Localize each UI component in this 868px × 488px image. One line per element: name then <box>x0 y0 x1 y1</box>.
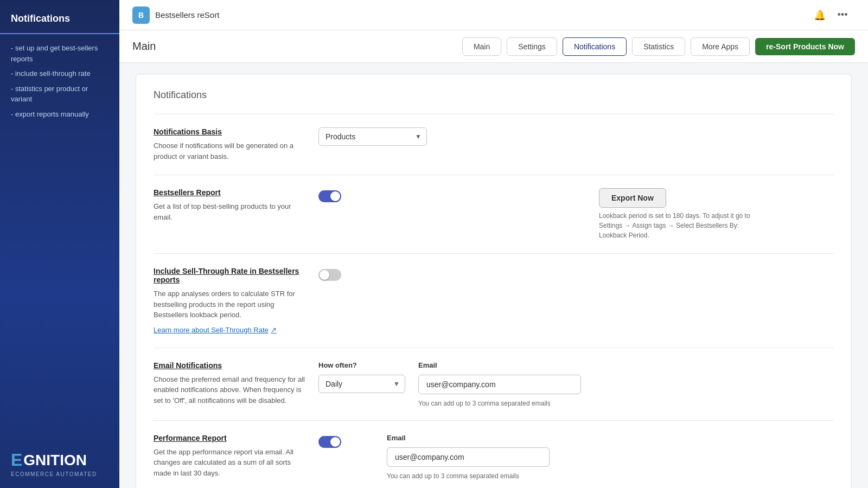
email-notifications-title: Email Notifications <box>154 361 305 370</box>
logo-e: E <box>11 450 22 470</box>
performance-email-input[interactable] <box>387 447 550 467</box>
app-icon: B <box>132 7 150 24</box>
re-sort-products-button[interactable]: re-Sort Products Now <box>755 38 855 55</box>
notifications-basis-title: Notifications Basis <box>154 127 305 136</box>
toggle-knob-perf <box>330 437 340 447</box>
performance-email-hint: You can add up to 3 comma separated emai… <box>387 472 550 480</box>
email-field-group: Email You can add up to 3 comma separate… <box>418 361 581 407</box>
sell-through-toggle[interactable] <box>318 269 341 281</box>
export-note: Lookback period is set to 180 days. To a… <box>599 211 751 240</box>
notifications-basis-left: Notifications Basis Choose if notificati… <box>154 127 305 162</box>
how-often-group: How often? Daily Weekly Monthly Off ▼ <box>318 361 405 393</box>
logo-main: EGNITION <box>11 450 108 470</box>
sidebar-item-0: - set up and get best-sellers reports <box>11 43 108 64</box>
frequency-dropdown[interactable]: Daily Weekly Monthly Off <box>318 375 405 393</box>
performance-email-label: Email <box>387 434 550 442</box>
sell-through-left: Include Sell-Through Rate in Bestsellers… <box>154 267 305 335</box>
email-notifications-desc: Choose the preferred email and frequency… <box>154 374 305 406</box>
performance-email-group: Email You can add up to 3 comma separate… <box>387 434 550 480</box>
notifications-basis-desc: Choose if notifications will be generate… <box>154 140 305 162</box>
notifications-basis-right: Products Variants ▼ <box>318 127 834 146</box>
email-controls: How often? Daily Weekly Monthly Off ▼ <box>318 361 581 407</box>
performance-report-left: Performance Report Get the app performan… <box>154 434 305 479</box>
nav-main-button[interactable]: Main <box>462 37 501 56</box>
export-now-button[interactable]: Export Now <box>599 188 666 208</box>
performance-report-title: Performance Report <box>154 434 305 442</box>
navbar: Main Main Settings Notifications Statist… <box>119 30 868 63</box>
email-hint: You can add up to 3 comma separated emai… <box>418 400 581 407</box>
topbar: B Bestsellers reSort 🔔 ••• <box>119 0 868 30</box>
bell-icon[interactable]: 🔔 <box>812 7 828 23</box>
performance-report-section: Performance Report Get the app performan… <box>154 420 834 489</box>
external-link-icon: ↗ <box>271 326 277 334</box>
bestsellers-report-left: Bestsellers Report Get a list of top bes… <box>154 188 305 222</box>
sidebar-item-3: - export reports manually <box>11 109 108 120</box>
nav-settings-button[interactable]: Settings <box>507 37 557 56</box>
sell-through-rate-section: Include Sell-Through Rate in Bestsellers… <box>154 253 834 348</box>
more-icon[interactable]: ••• <box>834 7 851 23</box>
nav-more-apps-button[interactable]: More Apps <box>691 37 750 56</box>
toggle-knob-str <box>320 270 329 280</box>
performance-controls: Email You can add up to 3 comma separate… <box>318 434 550 480</box>
bestsellers-report-right <box>318 188 553 202</box>
notifications-basis-section: Notifications Basis Choose if notificati… <box>154 114 834 175</box>
sell-through-desc: The app analyses orders to calculate STR… <box>154 288 305 320</box>
toggle-knob <box>330 191 340 201</box>
app-name: Bestsellers reSort <box>155 10 812 20</box>
performance-report-row: Performance Report Get the app performan… <box>154 434 834 480</box>
notifications-basis-dropdown[interactable]: Products Variants <box>318 127 427 146</box>
bestsellers-export-area: Export Now Lookback period is set to 180… <box>599 188 834 240</box>
email-field-label: Email <box>418 361 581 369</box>
logo-name: GNITION <box>23 452 87 469</box>
sidebar-item-2: - statistics per product or variant <box>11 84 108 105</box>
sell-through-toggle-wrap <box>318 269 341 281</box>
sidebar: Notifications - set up and get best-sell… <box>0 0 119 488</box>
notifications-basis-dropdown-wrap: Products Variants ▼ <box>318 127 427 146</box>
notifications-card: Notifications Notifications Basis Choose… <box>136 74 852 488</box>
performance-report-desc: Get the app performance report via email… <box>154 447 305 479</box>
sidebar-item-1: - include sell-through rate <box>11 68 108 79</box>
page-title: Main <box>132 40 457 53</box>
bestsellers-report-toggle[interactable] <box>318 190 341 202</box>
email-notifications-row: Email Notifications Choose the preferred… <box>154 361 834 407</box>
logo-sub: ECOMMERCE AUTOMATED <box>11 471 108 477</box>
frequency-dropdown-wrap: Daily Weekly Monthly Off ▼ <box>318 375 405 393</box>
nav-notifications-button[interactable]: Notifications <box>563 37 627 56</box>
how-often-label: How often? <box>318 361 405 369</box>
bestsellers-report-title: Bestsellers Report <box>154 188 305 197</box>
bestsellers-report-section: Bestsellers Report Get a list of top bes… <box>154 175 834 253</box>
nav-statistics-button[interactable]: Statistics <box>632 37 685 56</box>
sidebar-content: - set up and get best-sellers reports - … <box>0 34 119 439</box>
sell-through-link-text: Learn more about Sell-Through Rate <box>154 326 269 334</box>
bestsellers-report-toggle-wrap <box>318 190 341 202</box>
email-notifications-left: Email Notifications Choose the preferred… <box>154 361 305 406</box>
sell-through-right <box>318 267 834 281</box>
sidebar-title: Notifications <box>0 0 119 34</box>
main-area: B Bestsellers reSort 🔔 ••• Main Main Set… <box>119 0 868 488</box>
sell-through-link[interactable]: Learn more about Sell-Through Rate ↗ <box>154 326 277 334</box>
sidebar-logo: EGNITION ECOMMERCE AUTOMATED <box>0 439 119 488</box>
email-notifications-section: Email Notifications Choose the preferred… <box>154 348 834 420</box>
content-area: Notifications Notifications Basis Choose… <box>119 63 868 488</box>
performance-report-toggle[interactable] <box>318 436 341 448</box>
performance-report-toggle-wrap <box>318 436 341 448</box>
notifications-card-title: Notifications <box>154 89 834 101</box>
sell-through-title: Include Sell-Through Rate in Bestsellers… <box>154 267 305 284</box>
email-input[interactable] <box>418 375 581 394</box>
topbar-icons: 🔔 ••• <box>812 7 851 23</box>
bestsellers-report-desc: Get a list of top best-selling products … <box>154 201 305 222</box>
